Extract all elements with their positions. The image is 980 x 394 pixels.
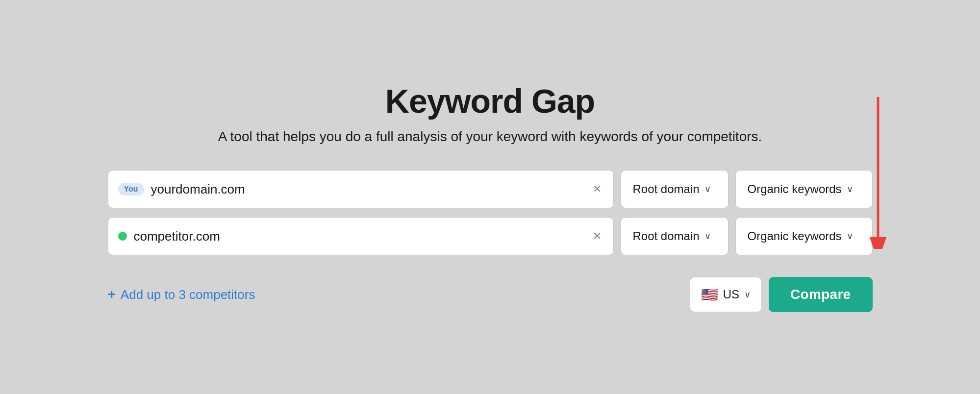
add-competitors-link[interactable]: + Add up to 3 competitors bbox=[108, 287, 255, 302]
us-flag-icon: 🇺🇸 bbox=[701, 287, 718, 303]
domain-input-row1[interactable]: You yourdomain.com ✕ bbox=[108, 170, 614, 208]
bottom-row: + Add up to 3 competitors 🇺🇸 US ∨ Compar… bbox=[108, 277, 873, 312]
keyword-type-dropdown-row2[interactable]: Organic keywords ∨ bbox=[735, 217, 873, 255]
domain-type-label-row2: Root domain bbox=[633, 229, 700, 243]
domain-type-label-row1: Root domain bbox=[633, 182, 700, 196]
chevron-icon-country: ∨ bbox=[744, 289, 751, 300]
input-rows-container: You yourdomain.com ✕ Root domain ∨ Organ… bbox=[108, 170, 873, 255]
domain-type-dropdown-row2[interactable]: Root domain ∨ bbox=[621, 217, 729, 255]
keyword-type-label-row1: Organic keywords bbox=[748, 182, 842, 196]
domain-input-row2[interactable]: competitor.com ✕ bbox=[108, 217, 614, 255]
clear-icon-row1[interactable]: ✕ bbox=[591, 181, 603, 197]
page-wrapper: Keyword Gap A tool that helps you do a f… bbox=[0, 0, 980, 394]
keyword-type-dropdown-row1[interactable]: Organic keywords ∨ bbox=[735, 170, 873, 208]
country-code-label: US bbox=[723, 288, 739, 301]
green-dot-icon bbox=[118, 232, 127, 241]
chevron-icon-row2-keyword: ∨ bbox=[847, 231, 853, 242]
clear-icon-row2[interactable]: ✕ bbox=[591, 228, 603, 245]
domain-type-dropdown-row1[interactable]: Root domain ∨ bbox=[621, 170, 729, 208]
row-1: You yourdomain.com ✕ Root domain ∨ Organ… bbox=[108, 170, 873, 208]
page-title: Keyword Gap bbox=[385, 82, 595, 120]
compare-button[interactable]: Compare bbox=[769, 277, 872, 312]
chevron-icon-row1-keyword: ∨ bbox=[847, 184, 853, 195]
chevron-icon-row1-domain: ∨ bbox=[704, 184, 711, 195]
keyword-type-label-row2: Organic keywords bbox=[748, 229, 842, 243]
you-badge: You bbox=[118, 183, 144, 196]
country-selector[interactable]: 🇺🇸 US ∨ bbox=[690, 277, 762, 312]
domain-value-row2: competitor.com bbox=[134, 229, 591, 244]
domain-value-row1: yourdomain.com bbox=[151, 182, 591, 197]
page-subtitle: A tool that helps you do a full analysis… bbox=[218, 129, 762, 145]
plus-icon: + bbox=[108, 287, 116, 302]
bottom-right-controls: 🇺🇸 US ∨ Compare bbox=[690, 277, 873, 312]
chevron-icon-row2-domain: ∨ bbox=[704, 231, 711, 242]
row-2: competitor.com ✕ Root domain ∨ Organic k… bbox=[108, 217, 873, 255]
add-competitors-label: Add up to 3 competitors bbox=[121, 287, 255, 302]
main-container: Keyword Gap A tool that helps you do a f… bbox=[108, 82, 873, 312]
